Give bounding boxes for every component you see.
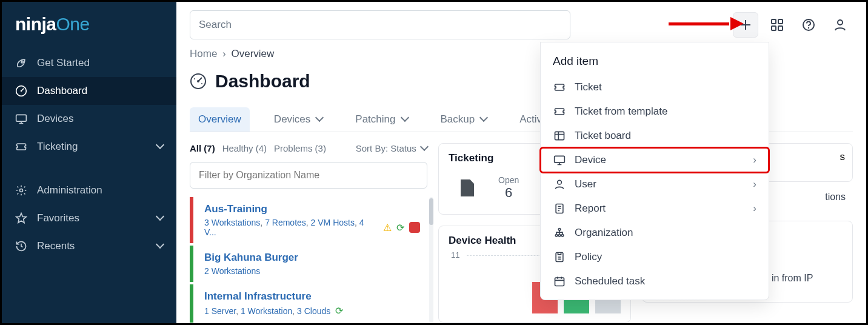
chevron-right-icon: › (222, 48, 226, 59)
org-icon (553, 226, 566, 240)
gauge-icon (15, 85, 27, 97)
menu-title: Add item (541, 51, 769, 75)
topbar: Search (176, 2, 866, 48)
open-tickets-stat[interactable]: Open 6 (498, 175, 519, 201)
filter-healthy[interactable]: Healthy (4) (222, 143, 267, 153)
org-name[interactable]: Big Kahuna Burger (204, 252, 420, 264)
org-sub-link[interactable]: 1 Workstation (241, 306, 292, 316)
svg-rect-5 (772, 19, 776, 24)
org-sub: 1 Server, 1 Workstation, 3 Clouds (204, 306, 330, 316)
menu-item-organization[interactable]: Organization (541, 221, 769, 245)
chevron-down-icon (478, 113, 487, 126)
chevron-down-icon (314, 113, 322, 126)
org-item[interactable]: Aus-Training3 Workstations, 7 Remotes, 2… (190, 197, 427, 243)
svg-point-21 (555, 235, 557, 236)
tab-overview[interactable]: Overview (190, 107, 250, 132)
policy-icon (553, 250, 566, 264)
org-sub-link[interactable]: 2 VM Hosts (311, 218, 355, 227)
scroll-track[interactable] (429, 197, 433, 323)
menu-item-label: Ticket from template (575, 106, 667, 118)
add-item-menu: Add item TicketTicket from templateTicke… (540, 42, 769, 300)
filter-all[interactable]: All (7) (190, 143, 215, 153)
help-button[interactable] (796, 12, 821, 38)
svg-point-2 (21, 90, 22, 92)
sidebar-item-label: Administration (37, 184, 102, 196)
menu-item-label: Policy (575, 251, 602, 263)
add-button[interactable] (733, 12, 758, 38)
org-name[interactable]: Internal Infrastructure (204, 290, 420, 303)
menu-item-report[interactable]: Report› (541, 196, 769, 221)
menu-item-policy[interactable]: Policy (541, 245, 769, 269)
menu-item-label: Scheduled task (575, 275, 645, 287)
sync-icon: ⟳ (396, 222, 404, 233)
search-input[interactable]: Search (190, 10, 570, 39)
menu-item-device[interactable]: Device› (541, 148, 769, 172)
calendar-icon (553, 275, 566, 288)
profile-button[interactable] (827, 12, 853, 38)
sidebar-item-label: Get Started (37, 57, 90, 69)
sidebar-item-devices[interactable]: Devices (2, 105, 176, 133)
sidebar-item-label: Recents (37, 240, 75, 252)
report-icon (553, 202, 566, 215)
menu-item-user[interactable]: User› (541, 172, 769, 196)
filter-problems[interactable]: Problems (3) (274, 143, 326, 153)
svg-point-14 (194, 78, 195, 79)
sidebar-item-label: Devices (37, 113, 73, 125)
tab-backup[interactable]: Backup (432, 107, 496, 132)
tab-devices[interactable]: Devices (265, 107, 331, 132)
svg-point-15 (201, 83, 202, 84)
svg-rect-3 (16, 115, 27, 121)
sort-select[interactable]: Status (390, 143, 427, 153)
svg-point-0 (21, 61, 23, 63)
org-name[interactable]: Aus-Training (204, 203, 420, 215)
sidebar-item-ticketing[interactable]: Ticketing (2, 133, 176, 161)
sidebar: ninjaOne Get StartedDashboardDevicesTick… (2, 2, 176, 323)
tab-patching[interactable]: Patching (347, 107, 416, 132)
svg-point-4 (20, 189, 23, 192)
menu-item-ticket-board[interactable]: Ticket board (541, 124, 769, 148)
grid-icon (771, 19, 783, 31)
gear-icon (15, 184, 27, 196)
chevron-right-icon: › (753, 178, 756, 190)
chevron-right-icon: › (753, 203, 756, 215)
svg-rect-8 (778, 26, 783, 30)
menu-item-ticket[interactable]: Ticket (541, 75, 769, 99)
sidebar-item-favorites[interactable]: Favorites (2, 204, 176, 232)
open-value: 6 (498, 185, 519, 201)
org-sub-link[interactable]: 3 Workstations (204, 218, 260, 227)
svg-rect-7 (772, 26, 776, 30)
apps-button[interactable] (764, 12, 790, 38)
menu-item-label: User (575, 178, 596, 190)
org-sub-link[interactable]: 1 Server (204, 306, 236, 316)
sidebar-item-label: Dashboard (37, 85, 87, 97)
org-item[interactable]: Big Kahuna Burger2 Workstations (190, 246, 427, 282)
org-item[interactable]: Internal Infrastructure1 Server, 1 Works… (190, 284, 427, 323)
org-sub-link[interactable]: 7 Remotes (265, 218, 306, 227)
logo: ninjaOne (2, 2, 176, 49)
svg-point-22 (561, 235, 563, 236)
chevron-down-icon (399, 113, 408, 126)
sidebar-item-dashboard[interactable]: Dashboard (2, 77, 176, 105)
y-axis-tick: 11 (451, 250, 459, 260)
breadcrumb-current: Overview (232, 48, 275, 59)
org-sub-link[interactable]: 2 Workstations (204, 266, 260, 276)
svg-point-11 (838, 20, 843, 25)
sidebar-item-get-started[interactable]: Get Started (2, 49, 176, 77)
ticket-icon (553, 81, 566, 94)
scroll-thumb[interactable] (429, 198, 433, 225)
sidebar-item-label: Favorites (37, 212, 79, 224)
open-label: Open (498, 175, 519, 185)
breadcrumb-home[interactable]: Home (190, 48, 217, 59)
ticket-icon (553, 105, 566, 118)
sidebar-item-label: Ticketing (37, 141, 78, 153)
svg-rect-17 (555, 156, 565, 162)
sidebar-item-administration[interactable]: Administration (2, 176, 176, 204)
menu-item-ticket-from-template[interactable]: Ticket from template (541, 99, 769, 124)
svg-point-23 (558, 235, 560, 236)
sidebar-item-recents[interactable]: Recents (2, 232, 176, 260)
menu-item-scheduled-task[interactable]: Scheduled task (541, 269, 769, 293)
org-sub-link[interactable]: 3 Clouds (297, 306, 330, 316)
help-icon (802, 18, 815, 32)
history-icon (15, 240, 27, 252)
org-filter-input[interactable] (190, 162, 427, 189)
